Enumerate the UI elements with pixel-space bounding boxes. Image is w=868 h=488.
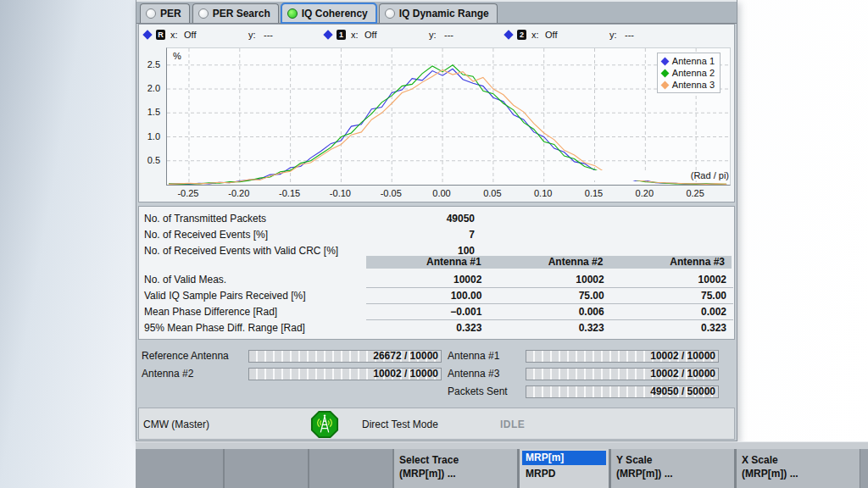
softkey-bar: Select Trace (MRP[m]) ... MRP[m] MRPD Y …: [136, 449, 868, 488]
marker-y-label: y:: [248, 30, 264, 40]
row-label: No. of Received Events [%]: [139, 229, 366, 241]
row-label: No. of Valid Meas.: [139, 274, 366, 286]
row-value: 49050: [366, 213, 481, 225]
progress-label: Reference Antenna: [140, 350, 248, 362]
results-table-panel: No. of Transmitted Packets 49050 No. of …: [138, 206, 735, 340]
histogram-plot: [166, 47, 731, 186]
y-axis-tick-labels: 0.51.01.52.02.5: [139, 47, 164, 186]
marker-y-value: ---: [625, 30, 684, 40]
x-tick-label: -0.20: [222, 188, 256, 198]
cell-value: 0.323: [611, 319, 733, 336]
progress-row-reference-antenna: Reference Antenna 26672 / 10000: [140, 349, 442, 363]
column-header: Antenna #1: [366, 256, 488, 269]
tab-iq-dynamic-range[interactable]: IQ Dynamic Range: [379, 3, 498, 23]
cell-value: 10002: [611, 271, 733, 287]
tab-label: PER: [160, 8, 181, 19]
row-label: No. of Transmitted Packets: [139, 213, 366, 225]
progress-section: Reference Antenna 26672 / 10000 Antenna …: [138, 340, 735, 408]
x-tick-label: 0.20: [627, 188, 661, 198]
x-tick-label: -0.25: [171, 188, 205, 198]
progress-value: 10002 / 10000: [650, 369, 715, 380]
tab-radio-icon: [198, 8, 209, 19]
x-tick-label: -0.15: [273, 188, 307, 198]
softkey-label: (MRP[m]) ...: [742, 467, 854, 480]
marker-x-value: Off: [364, 30, 429, 40]
bottom-divider-strip: [136, 441, 868, 449]
legend-item: Antenna 1: [662, 55, 715, 67]
tab-label: PER Search: [213, 8, 270, 19]
table-row: No. of Received Events [%] 7: [139, 226, 734, 242]
tab-label: IQ Coherency: [302, 8, 368, 19]
row-value: 7: [366, 229, 481, 241]
marker-x-label: x:: [351, 30, 364, 40]
legend-diamond-icon: [660, 57, 669, 65]
marker-y-label: y:: [429, 30, 444, 40]
softkey-label: (MRP[m]) ...: [616, 467, 729, 480]
legend-item: Antenna 2: [662, 67, 715, 79]
cell-value: 0.323: [488, 319, 610, 336]
marker-diamond-icon: [142, 30, 152, 39]
x-axis-tick-labels: -0.25-0.20-0.15-0.10-0.050.000.050.100.1…: [166, 188, 731, 200]
progress-bar: 10002 / 10000: [248, 368, 442, 380]
softkey-y-scale[interactable]: Y Scale (MRP[m]) ...: [609, 449, 735, 488]
device-label: CMW (Master): [143, 419, 209, 430]
tab-radio-icon: [287, 8, 298, 19]
tab-radio-icon: [146, 8, 156, 19]
antenna-column-headers: Antenna #1 Antenna #2 Antenna #3: [366, 256, 732, 269]
marker-y-label: y:: [609, 30, 625, 40]
marker-row: R x: Off y: --- 1 x: Off y: --- 2: [142, 28, 684, 42]
cell-value: 0.002: [611, 303, 733, 319]
tab-iq-coherency[interactable]: IQ Coherency: [281, 3, 376, 23]
x-tick-label: 0.25: [678, 188, 712, 198]
y-axis-unit-label: %: [173, 51, 181, 61]
tab-per-search[interactable]: PER Search: [192, 3, 279, 23]
legend-label: Antenna 1: [672, 56, 715, 66]
row-label: Valid IQ Sample Pairs Received [%]: [139, 290, 366, 302]
softkey-select-trace[interactable]: Select Trace (MRP[m]) ...: [392, 449, 518, 488]
marker-badge: 1: [337, 30, 346, 40]
x-tick-label: 0.10: [526, 188, 560, 198]
app-window: PER PER Search IQ Coherency IQ Dynamic R…: [136, 0, 737, 441]
table-row: Mean Phase Difference [Rad] −0.001 0.006…: [139, 303, 733, 319]
x-axis-unit-label: (Rad / pi): [568, 170, 729, 180]
softkey-trace-list: MRP[m] MRPD: [518, 449, 609, 488]
cell-value: 75.00: [611, 287, 733, 303]
tab-per[interactable]: PER: [140, 3, 190, 23]
cell-value: −0.001: [366, 303, 488, 319]
marker-y-value: ---: [264, 30, 323, 40]
table-row: Valid IQ Sample Pairs Received [%] 100.0…: [139, 287, 733, 303]
state-badge: IDLE: [500, 419, 525, 430]
softkey-separator: [223, 449, 225, 488]
status-bar: CMW (Master) Direct Test Mode IDLE: [138, 408, 735, 440]
softkey-label: Y Scale: [616, 453, 729, 467]
y-tick-label: 1.0: [139, 131, 160, 141]
cell-value: 100.00: [366, 287, 488, 303]
mode-label: Direct Test Mode: [362, 419, 438, 430]
progress-bar: 26672 / 10000: [248, 350, 442, 363]
trace-list-item-selected[interactable]: MRP[m]: [522, 451, 606, 465]
tab-radio-icon: [385, 8, 395, 19]
marker-badge: R: [156, 30, 165, 40]
cell-value: 10002: [488, 271, 610, 287]
progress-value: 10002 / 10000: [650, 351, 715, 362]
y-tick-label: 0.5: [139, 155, 160, 165]
marker-2: 2 x: Off y: ---: [504, 30, 684, 40]
marker-x-value: Off: [184, 30, 248, 40]
table-row: No. of Valid Meas. 10002 10002 10002: [139, 271, 733, 287]
cell-value: 0.006: [488, 303, 610, 319]
progress-bar: 10002 / 10000: [526, 368, 719, 380]
marker-y-value: ---: [444, 30, 504, 40]
softkey-label: X Scale: [742, 453, 854, 467]
legend-diamond-icon: [660, 69, 669, 77]
progress-label: Antenna #3: [448, 368, 526, 380]
progress-row-antenna-2: Antenna #2 10002 / 10000: [140, 367, 442, 380]
softkey-x-scale[interactable]: X Scale (MRP[m]) ...: [735, 449, 860, 488]
trace-list-item[interactable]: MRPD: [522, 465, 606, 480]
table-row: No. of Transmitted Packets 49050: [139, 210, 734, 226]
row-value: 100: [366, 245, 481, 257]
trace-svg: [167, 48, 730, 185]
cell-value: 10002: [366, 271, 488, 287]
row-label: 95% Mean Phase Diff. Range [Rad]: [139, 322, 366, 334]
softkey-label: (MRP[m]) ...: [399, 467, 512, 480]
marker-diamond-icon: [504, 30, 513, 39]
